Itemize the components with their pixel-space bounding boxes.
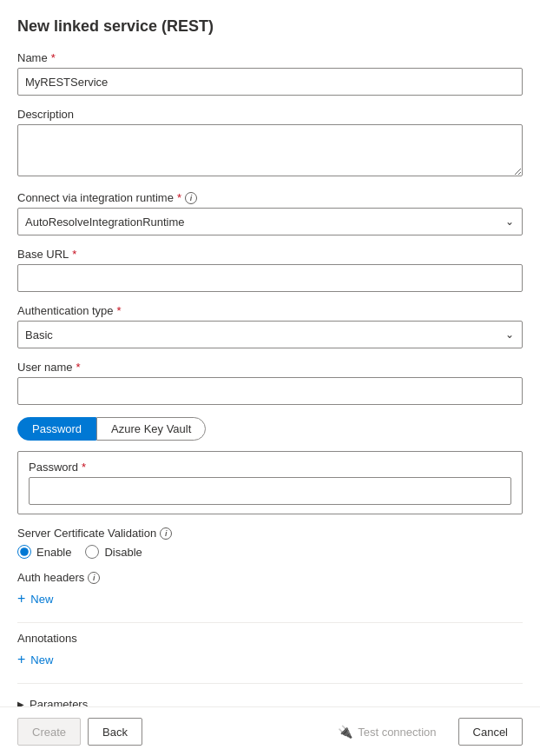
add-annotation-plus-icon: +	[17, 652, 25, 667]
password-toggle-group: Password Azure Key Vault	[17, 417, 523, 441]
disable-radio-label[interactable]: Disable	[85, 545, 142, 559]
username-required: *	[76, 361, 81, 374]
back-button[interactable]: Back	[88, 718, 142, 746]
parameters-label: Parameters	[30, 698, 88, 706]
divider-1	[17, 622, 523, 623]
description-label: Description	[17, 108, 523, 121]
base-url-field-group: Base URL *	[17, 248, 523, 292]
integration-runtime-select-wrapper: AutoResolveIntegrationRuntime ⌄	[17, 208, 523, 235]
integration-runtime-select[interactable]: AutoResolveIntegrationRuntime	[17, 208, 523, 235]
base-url-required: *	[72, 248, 76, 261]
base-url-label: Base URL *	[17, 248, 523, 261]
divider-2	[17, 683, 523, 684]
annotations-field-group: Annotations + New	[17, 632, 523, 671]
add-annotation-button[interactable]: + New	[17, 648, 53, 671]
auth-type-label: Authentication type *	[17, 304, 523, 317]
password-label: Password *	[29, 461, 511, 474]
auth-type-select[interactable]: Basic	[17, 321, 523, 348]
disable-radio[interactable]	[85, 545, 99, 559]
parameters-chevron-icon: ▶	[17, 700, 24, 706]
add-auth-header-plus-icon: +	[17, 591, 25, 607]
password-required: *	[82, 461, 86, 474]
password-tab-button[interactable]: Password	[17, 417, 96, 441]
auth-type-field-group: Authentication type * Basic ⌄	[17, 304, 523, 348]
name-required: *	[51, 51, 56, 64]
cancel-button[interactable]: Cancel	[458, 718, 523, 746]
auth-headers-field-group: Auth headers i + New	[17, 571, 523, 610]
name-input[interactable]	[17, 68, 523, 96]
description-field-group: Description	[17, 108, 523, 179]
test-connection-button[interactable]: 🔌 Test connection	[323, 718, 451, 746]
server-cert-radio-group: Enable Disable	[17, 545, 523, 559]
name-field-group: Name *	[17, 51, 523, 96]
base-url-input[interactable]	[17, 264, 523, 292]
create-button[interactable]: Create	[17, 718, 81, 746]
password-input[interactable]	[29, 477, 511, 505]
ir-required: *	[177, 191, 181, 204]
server-cert-info-icon[interactable]: i	[160, 527, 172, 540]
enable-radio[interactable]	[17, 545, 31, 559]
password-box: Password *	[17, 451, 523, 514]
page-title: New linked service (REST)	[17, 17, 523, 36]
description-input[interactable]	[17, 124, 523, 176]
integration-runtime-label: Connect via integration runtime * i	[17, 191, 523, 204]
auth-type-select-wrapper: Basic ⌄	[17, 321, 523, 348]
server-cert-label: Server Certificate Validation i	[17, 527, 523, 540]
username-input[interactable]	[17, 377, 523, 405]
password-toggle-field-group: Password Azure Key Vault Password *	[17, 417, 523, 514]
integration-runtime-field-group: Connect via integration runtime * i Auto…	[17, 191, 523, 235]
username-label: User name *	[17, 361, 523, 374]
ir-info-icon[interactable]: i	[185, 192, 197, 204]
azure-key-vault-tab-button[interactable]: Azure Key Vault	[96, 417, 206, 441]
parameters-section[interactable]: ▶ Parameters	[17, 693, 523, 706]
name-label: Name *	[17, 51, 523, 64]
server-cert-field-group: Server Certificate Validation i Enable D…	[17, 527, 523, 559]
enable-radio-label[interactable]: Enable	[17, 545, 71, 559]
username-field-group: User name *	[17, 361, 523, 405]
auth-headers-info-icon[interactable]: i	[88, 572, 100, 584]
plug-icon: 🔌	[338, 725, 352, 739]
auth-headers-label: Auth headers i	[17, 571, 523, 584]
footer: Create Back 🔌 Test connection Cancel	[0, 706, 540, 756]
annotations-label: Annotations	[17, 632, 523, 645]
auth-type-required: *	[117, 304, 122, 317]
add-auth-header-button[interactable]: + New	[17, 587, 53, 610]
